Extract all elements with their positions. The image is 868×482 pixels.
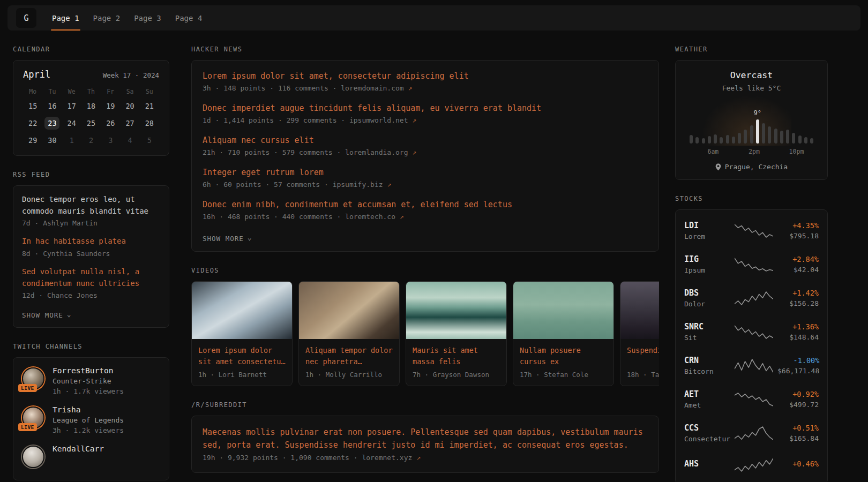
rss-item-meta: 12d · Chance Jones: [22, 291, 160, 299]
tab-page-4[interactable]: Page 4: [168, 5, 209, 31]
middle-column: HACKER NEWS Lorem ipsum dolor sit amet, …: [191, 31, 659, 473]
twitch-channel-name[interactable]: KendallCarr: [53, 445, 104, 453]
stock-price: $795.18: [777, 232, 819, 240]
stock-change: +2.84%: [777, 255, 819, 263]
stock-price: $42.04: [777, 266, 819, 274]
video-card[interactable]: Suspendisse diam 18h · Tara: [620, 281, 659, 386]
stock-identity: AHS: [684, 459, 730, 471]
tab-page-2[interactable]: Page 2: [86, 5, 128, 31]
stock-row[interactable]: SNRC Sit +1.36% $148.64: [684, 315, 819, 349]
twitch-channel-name[interactable]: ForrestBurton: [53, 366, 124, 375]
tab-page-3[interactable]: Page 3: [127, 5, 168, 31]
external-link-icon[interactable]: ↗: [408, 84, 413, 92]
stock-price: $156.28: [777, 299, 819, 307]
weather-bar: [708, 136, 711, 144]
video-thumbnail[interactable]: [513, 282, 613, 339]
twitch-channel-name[interactable]: Trisha: [53, 405, 124, 414]
weather-section-title: WEATHER: [675, 46, 828, 53]
avatar: [22, 446, 44, 468]
weather-widget: Overcast Feels like 5°C 9° 6am 2pm 10pm …: [675, 60, 828, 180]
video-meta: 17h · Stefan Cole: [520, 371, 607, 379]
video-thumbnail[interactable]: [406, 282, 506, 339]
video-card[interactable]: Nullam posuere cursus ex 17h · Stefan Co…: [513, 281, 614, 386]
external-link-icon[interactable]: ↗: [412, 116, 416, 124]
calendar-dow: We: [68, 88, 76, 95]
rss-item-title[interactable]: Sed volutpat nulla nisl, a condimentum n…: [22, 266, 160, 289]
calendar-widget: April Week 17 · 2024 Mo Tu We Th Fr Sa S…: [13, 60, 169, 156]
stock-change: +4.35%: [777, 221, 819, 230]
calendar-header: April Week 17 · 2024: [23, 69, 159, 80]
twitch-avatar-wrap: [22, 446, 44, 468]
rss-show-more-button[interactable]: SHOW MORE ⌄: [22, 311, 72, 319]
video-card[interactable]: Mauris sit amet massa felis 7h · Grayson…: [406, 281, 507, 386]
stock-symbol: DBS: [684, 288, 730, 298]
hn-item: Lorem ipsum dolor sit amet, consectetur …: [203, 71, 648, 92]
rss-item: Sed volutpat nulla nisl, a condimentum n…: [22, 266, 160, 299]
stock-row[interactable]: CRN Bitcorn -1.00% $66,171.48: [684, 349, 819, 382]
hn-item-title[interactable]: Lorem ipsum dolor sit amet, consectetur …: [203, 71, 648, 82]
external-link-icon[interactable]: ↗: [387, 180, 391, 189]
app-logo[interactable]: G: [16, 8, 36, 28]
stock-row[interactable]: IIG Ipsum +2.84% $42.04: [684, 247, 819, 281]
stock-row[interactable]: DBS Dolor +1.42% $156.28: [684, 281, 819, 315]
subreddit-post-title[interactable]: Maecenas mollis pulvinar erat non posuer…: [203, 426, 648, 451]
stock-name: Amet: [684, 401, 730, 409]
video-card-body: Mauris sit amet massa felis 7h · Grayson…: [406, 339, 506, 386]
stock-change: +0.51%: [777, 424, 819, 432]
video-title[interactable]: Mauris sit amet massa felis: [413, 345, 500, 367]
rss-item-title[interactable]: Donec tempor eros leo, ut commodo mauris…: [22, 194, 160, 217]
weather-location[interactable]: Prague, Czechia: [685, 163, 818, 171]
hn-show-more-button[interactable]: SHOW MORE ⌄: [203, 235, 252, 243]
video-title[interactable]: Lorem ipsum dolor sit amet consectetu…: [198, 345, 286, 367]
weather-bar: [750, 125, 753, 144]
calendar-day-next-month: 4: [123, 134, 138, 147]
calendar-day: 16: [44, 100, 59, 112]
hn-item-title[interactable]: Donec imperdiet augue tincidunt felis al…: [203, 103, 648, 114]
calendar-dow: Th: [87, 88, 95, 95]
hn-item-title[interactable]: Integer eget rutrum lorem: [203, 167, 648, 178]
video-title[interactable]: Nullam posuere cursus ex: [520, 345, 607, 367]
video-meta: 1h · Lori Barnett: [198, 371, 286, 379]
twitch-channel[interactable]: LIVE Trisha League of Legends 3h · 1.2k …: [22, 405, 160, 434]
external-link-icon[interactable]: ↗: [416, 454, 421, 462]
weather-bar: [738, 133, 741, 144]
video-card-body: Lorem ipsum dolor sit amet consectetu… 1…: [192, 339, 292, 386]
twitch-section-title: TWITCH CHANNELS: [13, 343, 169, 350]
right-column: WEATHER Overcast Feels like 5°C 9° 6am 2…: [675, 31, 828, 482]
video-title[interactable]: Suspendisse diam: [627, 345, 659, 367]
tab-page-1[interactable]: Page 1: [45, 5, 86, 31]
hn-item-meta: 6h · 60 points · 57 comments · ipsumify.…: [203, 180, 648, 189]
external-link-icon[interactable]: ↗: [400, 213, 404, 221]
video-title[interactable]: Aliquam tempor dolor nec pharetra…: [305, 345, 393, 367]
stock-row[interactable]: AET Amet +0.92% $499.72: [684, 382, 819, 416]
video-card-body: Nullam posuere cursus ex 17h · Stefan Co…: [513, 339, 613, 386]
calendar-day: 20: [123, 100, 138, 112]
twitch-channel[interactable]: LIVE ForrestBurton Counter-Strike 1h · 1…: [22, 366, 160, 395]
stock-price: $165.84: [777, 434, 819, 442]
video-card-body: Suspendisse diam 18h · Tara: [620, 339, 659, 386]
rss-item-title[interactable]: In hac habitasse platea: [22, 236, 160, 247]
stock-sparkline: [735, 324, 773, 340]
weather-bar: [804, 137, 807, 144]
hn-item: Aliquam nec cursus elit 21h · 710 points…: [203, 135, 648, 156]
video-card[interactable]: Lorem ipsum dolor sit amet consectetu… 1…: [191, 281, 293, 386]
stock-sparkline: [735, 457, 773, 473]
stock-identity: IIG Ipsum: [684, 254, 730, 274]
hn-item-title[interactable]: Donec enim nibh, condimentum et accumsan…: [203, 199, 648, 210]
video-thumbnail[interactable]: [192, 282, 292, 339]
twitch-widget: LIVE ForrestBurton Counter-Strike 1h · 1…: [13, 357, 169, 480]
video-card[interactable]: Aliquam tempor dolor nec pharetra… 1h · …: [298, 281, 400, 386]
twitch-avatar-wrap: LIVE: [22, 406, 44, 429]
weather-bar: [792, 133, 795, 144]
twitch-channel-game: Counter-Strike: [53, 377, 124, 385]
twitch-channel[interactable]: KendallCarr: [22, 445, 160, 468]
video-thumbnail[interactable]: [620, 282, 659, 339]
stock-row[interactable]: LDI Lorem +4.35% $795.18: [684, 214, 819, 247]
stock-values: +0.51% $165.84: [777, 424, 819, 442]
hn-item-title[interactable]: Aliquam nec cursus elit: [203, 135, 648, 146]
stock-row[interactable]: AHS +0.46%: [684, 450, 819, 480]
stock-values: +0.92% $499.72: [777, 390, 819, 409]
stock-row[interactable]: CCS Consectetur +0.51% $165.84: [684, 416, 819, 450]
video-thumbnail[interactable]: [299, 282, 399, 339]
external-link-icon[interactable]: ↗: [412, 148, 416, 156]
